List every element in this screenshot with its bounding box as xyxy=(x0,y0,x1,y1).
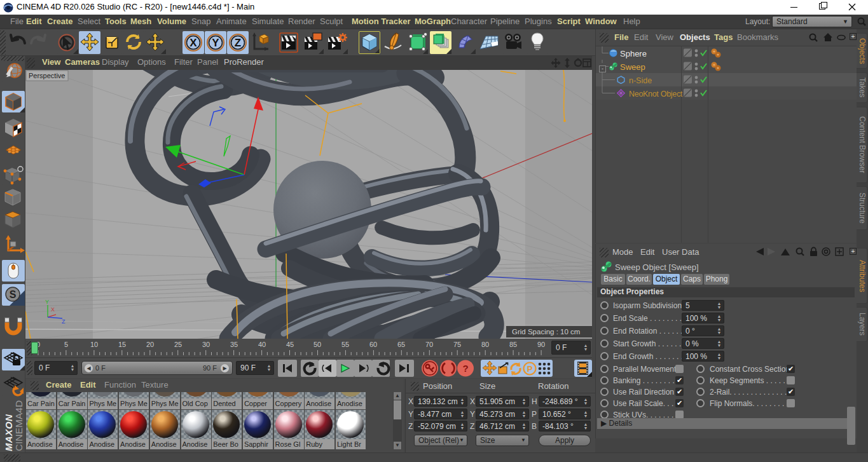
svg-text:X: X xyxy=(189,37,197,49)
svg-text:Perspective: Perspective xyxy=(29,72,65,79)
svg-text:80: 80 xyxy=(481,341,489,348)
svg-text:75: 75 xyxy=(453,341,461,348)
svg-text:35: 35 xyxy=(230,341,238,348)
svg-text:P: P xyxy=(527,364,533,374)
svg-text:S: S xyxy=(10,289,17,300)
svg-text:50: 50 xyxy=(313,341,321,348)
svg-text:30: 30 xyxy=(202,341,210,348)
svg-text:Z: Z xyxy=(62,318,65,325)
svg-text:Y: Y xyxy=(212,37,219,49)
svg-text:40: 40 xyxy=(258,341,266,348)
svg-text:Z: Z xyxy=(235,37,241,49)
svg-text:65: 65 xyxy=(397,341,405,348)
svg-text:70: 70 xyxy=(425,341,433,348)
svg-text:85: 85 xyxy=(509,341,517,348)
svg-text:90: 90 xyxy=(537,341,545,348)
svg-text:?: ? xyxy=(462,363,468,374)
svg-text:10: 10 xyxy=(90,341,98,348)
svg-text:X: X xyxy=(51,306,55,313)
svg-text:60: 60 xyxy=(369,341,377,348)
svg-text:Y: Y xyxy=(45,299,49,305)
svg-text:5: 5 xyxy=(64,341,68,348)
svg-text:20: 20 xyxy=(146,341,154,348)
svg-text:15: 15 xyxy=(118,341,126,348)
svg-text:25: 25 xyxy=(174,341,182,348)
svg-text:Grid Spacing : 10 cm: Grid Spacing : 10 cm xyxy=(512,328,580,336)
svg-text:45: 45 xyxy=(286,341,294,348)
svg-text:55: 55 xyxy=(341,341,349,348)
